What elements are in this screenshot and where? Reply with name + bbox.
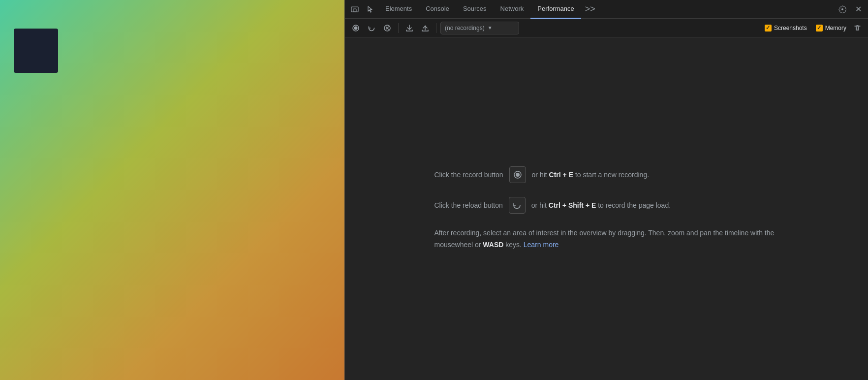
reload-text-prefix: Click the reload button (434, 200, 503, 211)
record-button[interactable] (349, 21, 363, 35)
svg-rect-0 (351, 7, 358, 12)
browser-viewport (0, 0, 344, 380)
devtools-toolbar: (no recordings) ▼ ✓ Screenshots ✓ Memory (345, 19, 868, 37)
wasd-label: WASD (483, 241, 503, 249)
settings-icon[interactable] (835, 1, 850, 17)
load-profile-button[interactable] (403, 21, 416, 35)
record-shortcut-text: or hit Ctrl + E to start a new recording… (532, 170, 650, 180)
dropdown-arrow-icon: ▼ (488, 25, 493, 31)
tab-performance[interactable]: Performance (530, 0, 581, 19)
reload-icon-inline (509, 197, 526, 214)
screenshots-label: Screenshots (774, 25, 807, 32)
memory-checkbox[interactable]: ✓ (816, 25, 823, 32)
reload-instruction: Click the reload button or hit Ctrl + Sh… (434, 197, 779, 214)
reload-record-button[interactable] (365, 21, 378, 35)
svg-rect-1 (353, 9, 356, 12)
devtools-tabs-bar: Elements Console Sources Network Perform… (345, 0, 868, 19)
screenshots-checkbox-label[interactable]: ✓ Screenshots (765, 25, 807, 32)
tab-sources[interactable]: Sources (456, 0, 494, 19)
reload-shortcut-text: or hit Ctrl + Shift + E to record the pa… (531, 200, 671, 211)
delete-profile-button[interactable] (850, 21, 864, 35)
device-toggle-icon[interactable] (347, 1, 363, 17)
learn-more-link[interactable]: Learn more (524, 241, 559, 249)
svg-point-3 (354, 26, 358, 30)
svg-point-10 (516, 173, 520, 177)
tab-more-icon[interactable]: >> (581, 0, 599, 19)
memory-checkbox-label[interactable]: ✓ Memory (816, 25, 846, 32)
after-recording-text: After recording, select an area of inter… (434, 227, 779, 251)
tab-elements[interactable]: Elements (378, 0, 419, 19)
screenshots-checkbox[interactable]: ✓ (765, 25, 772, 32)
close-devtools-icon[interactable]: ✕ (850, 1, 866, 17)
toolbar-divider-1 (398, 23, 399, 33)
save-profile-button[interactable] (418, 21, 432, 35)
clear-button[interactable] (380, 21, 394, 35)
devtools-panel: Elements Console Sources Network Perform… (344, 0, 868, 380)
tab-network[interactable]: Network (494, 0, 531, 19)
dark-square (14, 29, 58, 73)
tab-console[interactable]: Console (419, 0, 456, 19)
recordings-placeholder: (no recordings) (445, 25, 485, 32)
record-instruction: Click the record button or hit Ctrl + E … (434, 166, 779, 183)
record-icon-inline (509, 166, 526, 183)
devtools-content: Click the record button or hit Ctrl + E … (345, 37, 868, 380)
record-text-prefix: Click the record button (434, 170, 503, 180)
memory-label: Memory (825, 25, 846, 32)
toolbar-divider-2 (436, 23, 436, 33)
instructions-box: Click the record button or hit Ctrl + E … (434, 166, 779, 251)
inspect-icon[interactable] (363, 1, 378, 17)
recordings-dropdown[interactable]: (no recordings) ▼ (440, 22, 519, 34)
